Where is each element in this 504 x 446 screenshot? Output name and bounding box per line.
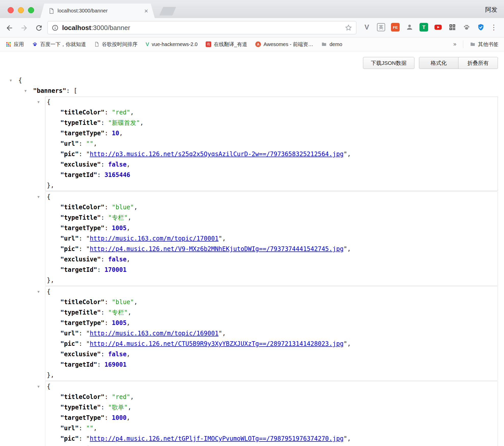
bookmark-awesomes[interactable]: A Awesomes - 前端资…: [255, 41, 313, 48]
folder-icon: [321, 41, 327, 47]
json-number-value: 170001: [104, 266, 127, 273]
browser-tab[interactable]: localhost:3000/banner ×: [40, 4, 155, 18]
json-key: "targetType": [60, 130, 104, 137]
minimize-window-button[interactable]: [18, 7, 24, 13]
json-url-link[interactable]: http://p4.music.126.net/CTU5B9R9y3XyYBZX…: [90, 340, 344, 347]
qrcode-extension-icon[interactable]: [447, 22, 457, 32]
json-line: "targetType": 10,: [45, 128, 498, 139]
account-extension-icon[interactable]: [405, 22, 414, 32]
json-boolean-value: false: [108, 161, 127, 168]
close-window-button[interactable]: [8, 7, 14, 13]
bookmark-folder-demo[interactable]: demo: [321, 41, 342, 47]
folder-icon: [470, 41, 475, 47]
collapse-toggle-icon[interactable]: ▼: [24, 86, 26, 96]
bookmark-apps[interactable]: 应用: [6, 41, 24, 48]
json-line: "targetType": 1000,: [45, 413, 498, 423]
download-json-button[interactable]: 下载JSON数据: [363, 57, 414, 69]
collapse-toggle-icon[interactable]: ▼: [37, 192, 39, 202]
paw-extension-icon[interactable]: [462, 22, 471, 32]
browser-menu-icon[interactable]: ⋮: [489, 23, 498, 32]
bookmark-baidu[interactable]: 百度一下，你就知道: [32, 41, 86, 48]
json-token: },: [47, 182, 54, 189]
json-token: ,: [127, 319, 130, 326]
json-token: ,: [119, 130, 123, 137]
json-line: "targetId": 169001: [45, 360, 498, 370]
back-button[interactable]: [5, 23, 14, 33]
json-key: "exclusive": [60, 161, 101, 168]
bookmark-vue-hackernews[interactable]: V vue-hackernews-2.0: [146, 41, 198, 47]
collapse-toggle-icon[interactable]: ▼: [37, 287, 39, 297]
json-token: :: [101, 214, 108, 221]
bookmarks-bar: 应用 百度一下，你就知道 谷歌按时间排序 V vue-hackernews-2.…: [0, 37, 504, 51]
tab-close-icon[interactable]: ×: [144, 8, 148, 14]
json-key: "typeTitle": [60, 404, 101, 411]
extension-icons-row: V 英 FE T: [362, 22, 486, 32]
json-key: "targetId": [60, 266, 97, 273]
json-number-value: 3165446: [104, 171, 130, 179]
json-key: "url": [60, 425, 79, 432]
json-token: ": [344, 151, 347, 158]
json-url-link[interactable]: http://p4.music.126.net/V9-MXz6b2MNhEKju…: [90, 245, 344, 252]
security-shield-extension-icon[interactable]: [476, 22, 486, 32]
tampermonkey-extension-icon[interactable]: T: [419, 22, 429, 32]
collapse-toggle-icon[interactable]: ▼: [10, 75, 12, 86]
json-key: "url": [60, 235, 79, 242]
awesomes-icon: A: [255, 41, 261, 47]
new-tab-button[interactable]: [159, 7, 176, 16]
json-line: "titleColor": "red",: [45, 392, 498, 402]
json-token: :: [97, 361, 105, 368]
bookmark-google-sort[interactable]: 谷歌按时间排序: [94, 41, 137, 48]
json-token: ,: [127, 256, 130, 263]
json-token: ,: [130, 393, 134, 400]
json-string-value: "red": [112, 109, 130, 116]
json-token: :: [101, 161, 108, 168]
json-key: "typeTitle": [60, 214, 101, 221]
collapse-all-button[interactable]: 折叠所有: [458, 57, 498, 69]
translate-extension-icon[interactable]: 英: [376, 22, 386, 32]
json-key: "url": [60, 140, 79, 147]
json-token: ": [344, 340, 347, 347]
format-collapse-button-group: 格式化 折叠所有: [419, 57, 498, 69]
other-bookmarks-folder[interactable]: 其他书签: [470, 41, 498, 48]
fehelper-extension-icon[interactable]: FE: [390, 22, 400, 32]
json-key: "targetType": [60, 225, 104, 232]
json-token: :: [104, 299, 112, 306]
collapse-toggle-icon[interactable]: ▼: [37, 97, 39, 107]
json-token: ,: [127, 225, 130, 232]
json-key: "exclusive": [60, 351, 101, 358]
tab-title: localhost:3000/banner: [58, 8, 141, 14]
json-token: ,: [347, 340, 351, 347]
fullscreen-window-button[interactable]: [28, 7, 34, 13]
forward-button[interactable]: [19, 23, 29, 33]
vimium-extension-icon[interactable]: V: [362, 22, 372, 32]
json-token: ,: [93, 140, 97, 147]
apps-grid-icon: [6, 41, 11, 47]
bookmark-star-icon[interactable]: [345, 24, 352, 31]
json-token: ,: [134, 299, 137, 306]
json-token: :: [79, 330, 86, 337]
json-line: "titleColor": "blue",: [45, 202, 498, 213]
json-token: ,: [127, 161, 130, 168]
json-number-value: 1005: [112, 319, 127, 326]
json-url-link[interactable]: http://p4.music.126.net/tGPljf-IMOCyPvum…: [90, 435, 344, 442]
format-button[interactable]: 格式化: [419, 57, 458, 69]
json-url-link[interactable]: http://p3.music.126.net/s25q2x5QyqsAzilC…: [90, 151, 344, 158]
json-object-block: ▼{"titleColor": "red","typeTitle": "新碟首发…: [45, 97, 498, 191]
json-line: "pic": "http://p4.music.126.net/V9-MXz6b…: [45, 244, 498, 254]
divider: [463, 40, 463, 48]
bookmark-label: 在线翻译_有道: [214, 41, 247, 48]
collapse-toggle-icon[interactable]: ▼: [37, 381, 39, 392]
page-content: 下载JSON数据 格式化 折叠所有 ▼{▼"banners": [▼{"titl…: [0, 51, 504, 446]
json-object-block: ▼{"titleColor": "blue","typeTitle": "专栏"…: [45, 286, 498, 381]
json-string-value: "专栏": [108, 214, 128, 221]
reload-button[interactable]: [34, 23, 44, 33]
json-url-link[interactable]: http://music.163.com/m/topic/169001: [90, 330, 219, 337]
page-info-icon[interactable]: [52, 24, 59, 31]
bookmarks-overflow-chevron[interactable]: »: [453, 41, 456, 48]
youtube-extension-icon[interactable]: [433, 22, 443, 32]
json-line: "titleColor": "blue",: [45, 297, 498, 307]
json-token: },: [47, 277, 54, 284]
bookmark-youdao-translate[interactable]: 有 在线翻译_有道: [206, 41, 247, 48]
json-url-link[interactable]: http://music.163.com/m/topic/170001: [90, 235, 219, 242]
address-bar[interactable]: localhost:3000/banner: [47, 21, 356, 34]
